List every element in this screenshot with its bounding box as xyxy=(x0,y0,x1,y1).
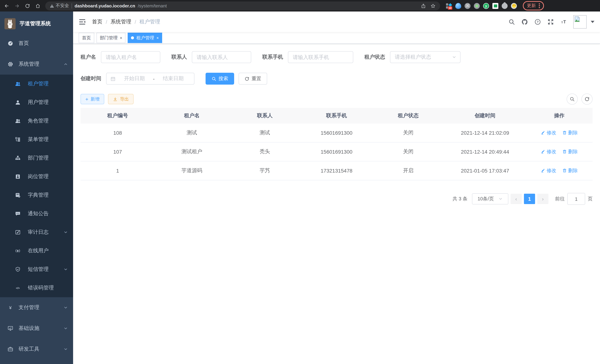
col-actions: 操作 xyxy=(526,108,593,123)
sidebar-item-system[interactable]: 系统管理 xyxy=(0,54,73,75)
edit-link[interactable]: 修改 xyxy=(541,130,556,136)
breadcrumb-separator: / xyxy=(106,19,107,25)
sidebar: 芋道管理系统 首页 系统管理 租户管理 用户管理 角色管理 xyxy=(0,11,73,364)
balloon-extension-icon[interactable] xyxy=(455,3,461,9)
phone-label: 联系手机 xyxy=(262,54,283,60)
font-size-icon[interactable] xyxy=(560,19,567,25)
page-size-select[interactable]: 10条/页 xyxy=(472,193,508,205)
goto-page-input[interactable] xyxy=(567,193,585,205)
cell-actions: 修改 删除 xyxy=(526,123,593,142)
header-search-icon[interactable] xyxy=(508,19,515,25)
security-warning[interactable]: 不安全 xyxy=(50,3,69,9)
sidebar-item-notice[interactable]: 通知公告 xyxy=(0,205,73,223)
avatar-caret-icon[interactable] xyxy=(591,21,594,23)
badge-icon xyxy=(15,174,21,180)
search-button[interactable]: 搜索 xyxy=(206,73,234,84)
download-icon xyxy=(113,97,118,102)
phone-input[interactable] xyxy=(288,51,353,63)
delete-link[interactable]: 删除 xyxy=(562,149,578,155)
pinned-extension-icon[interactable]: 10 xyxy=(446,3,452,9)
github-icon[interactable] xyxy=(521,19,528,25)
current-page-button[interactable]: 1 xyxy=(524,194,535,204)
tab-home[interactable]: 首页 xyxy=(79,33,94,43)
cell-status: 开启 xyxy=(372,161,444,180)
sidebar-item-error-codes[interactable]: 错误码管理 xyxy=(0,279,73,297)
col-created: 创建时间 xyxy=(444,108,526,123)
share-icon[interactable] xyxy=(421,3,426,8)
cell-phone: 15601691300 xyxy=(301,142,372,161)
bookmark-star-icon[interactable] xyxy=(431,3,436,8)
close-icon[interactable]: × xyxy=(156,36,159,40)
chrome-update-button[interactable]: 更新 xyxy=(523,1,544,10)
sidebar-item-sms[interactable]: 短信管理 xyxy=(0,260,73,279)
sidebar-item-dev-tools[interactable]: 研发工具 xyxy=(0,339,73,360)
sidebar-item-label: 首页 xyxy=(19,40,29,47)
delete-link[interactable]: 删除 xyxy=(562,130,578,136)
sidebar-logo[interactable]: 芋道管理系统 xyxy=(0,14,73,33)
sidebar-collapse-icon[interactable] xyxy=(79,18,86,26)
edit-link[interactable]: 修改 xyxy=(541,167,556,174)
add-button[interactable]: + 新增 xyxy=(81,94,104,104)
yen-icon xyxy=(7,305,13,311)
address-bar[interactable]: 不安全 dashboard.yudao.iocoder.cn/system/te… xyxy=(45,1,440,10)
date-range-picker[interactable]: 开始日期 - 结束日期 xyxy=(106,73,194,84)
sidebar-item-label: 在线用户 xyxy=(28,247,49,254)
export-button[interactable]: 导出 xyxy=(108,94,134,104)
delete-link[interactable]: 删除 xyxy=(562,167,578,174)
fullscreen-icon[interactable] xyxy=(547,19,554,25)
security-warning-label: 不安全 xyxy=(56,3,69,9)
toggle-search-button[interactable] xyxy=(567,93,578,105)
command-extension-icon[interactable]: ⌘ xyxy=(465,3,470,9)
user-icon xyxy=(15,99,21,105)
refresh-table-button[interactable] xyxy=(581,93,593,105)
yudao-extension-icon[interactable]: y xyxy=(483,3,489,9)
browser-menu-icon[interactable] xyxy=(539,3,540,8)
sidebar-item-home[interactable]: 首页 xyxy=(0,33,73,54)
edit-link[interactable]: 修改 xyxy=(541,149,556,155)
cell-tenant-id: 1 xyxy=(81,161,155,180)
gear-icon xyxy=(7,61,13,67)
browser-home-icon[interactable] xyxy=(35,3,41,8)
breadcrumb-system[interactable]: 系统管理 xyxy=(111,19,131,25)
tab-tenant[interactable]: 租户管理 × xyxy=(128,33,162,43)
tenant-name-input[interactable] xyxy=(101,51,160,63)
cell-phone: 17321315478 xyxy=(301,161,372,180)
filter-row-2: 创建时间 开始日期 - 结束日期 搜索 重置 xyxy=(81,73,593,84)
status-select[interactable]: 请选择租户状态 xyxy=(390,51,460,63)
sidebar-item-payment[interactable]: 支付管理 xyxy=(0,297,73,318)
recorder-extension-icon[interactable] xyxy=(474,3,480,9)
help-icon[interactable] xyxy=(534,19,541,25)
tab-departments[interactable]: 部门管理 × xyxy=(96,33,126,43)
browser-forward-icon[interactable] xyxy=(14,3,20,8)
briefcase-icon xyxy=(7,346,13,352)
close-icon[interactable]: × xyxy=(120,36,122,40)
sidebar-item-roles[interactable]: 角色管理 xyxy=(0,112,73,130)
goto-label: 前往 xyxy=(555,196,565,202)
cell-tenant-id: 108 xyxy=(81,123,155,142)
sidebar-item-infrastructure[interactable]: 基础设施 xyxy=(0,318,73,339)
cell-tenant-name: 芋道源码 xyxy=(155,161,229,180)
sidebar-item-departments[interactable]: 部门管理 xyxy=(0,149,73,167)
capture-extension-icon[interactable] xyxy=(492,3,498,9)
profile-avatar-icon[interactable] xyxy=(511,3,517,9)
sidebar-item-online-users[interactable]: 在线用户 xyxy=(0,242,73,260)
browser-reload-icon[interactable] xyxy=(25,3,30,8)
contact-input[interactable] xyxy=(192,51,251,63)
next-page-button[interactable]: › xyxy=(537,194,548,204)
log-icon xyxy=(15,229,21,235)
avatar[interactable] xyxy=(573,15,587,28)
prev-page-button[interactable]: ‹ xyxy=(511,194,522,204)
page-size-value: 10条/页 xyxy=(478,196,494,202)
cell-status: 关闭 xyxy=(372,142,444,161)
extensions-puzzle-icon[interactable] xyxy=(502,3,508,9)
browser-back-icon[interactable] xyxy=(4,3,10,8)
sidebar-item-menus[interactable]: 菜单管理 xyxy=(0,130,73,149)
reset-button[interactable]: 重置 xyxy=(239,73,267,84)
sidebar-item-dict[interactable]: 字典管理 xyxy=(0,186,73,205)
sidebar-item-audit-log[interactable]: 审计日志 xyxy=(0,223,73,242)
breadcrumb-home[interactable]: 首页 xyxy=(92,19,103,25)
sidebar-item-posts[interactable]: 岗位管理 xyxy=(0,167,73,186)
cell-created: 2021-01-05 17:03:47 xyxy=(444,161,526,180)
sidebar-item-tenant[interactable]: 租户管理 xyxy=(0,75,73,93)
sidebar-item-users[interactable]: 用户管理 xyxy=(0,93,73,112)
